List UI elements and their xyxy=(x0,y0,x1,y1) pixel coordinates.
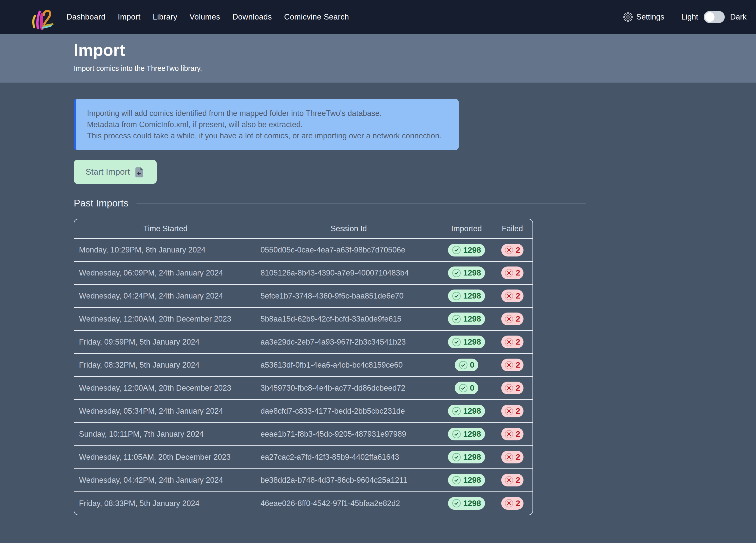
imported-count: 1298 xyxy=(463,291,481,301)
failed-badge: 2 xyxy=(501,290,523,302)
nav-links: Dashboard Import Library Volumes Downloa… xyxy=(67,13,349,22)
failed-cell: 2 xyxy=(492,492,533,515)
nav-item-comicvine-search[interactable]: Comicvine Search xyxy=(284,13,349,22)
table-row: Monday, 10:29PM, 8th January 2024 0550d0… xyxy=(74,238,533,261)
x-circle-icon xyxy=(505,268,513,278)
nav-item-downloads[interactable]: Downloads xyxy=(233,13,272,22)
check-circle-icon xyxy=(452,292,461,301)
imported-cell: 0 xyxy=(441,377,492,400)
column-header-imported: Imported xyxy=(441,219,492,238)
failed-badge: 2 xyxy=(501,359,523,371)
check-circle-icon xyxy=(452,430,461,439)
imported-badge: 1298 xyxy=(448,336,485,348)
failed-count: 2 xyxy=(516,383,520,393)
imported-count: 1298 xyxy=(463,406,481,416)
imported-count: 1298 xyxy=(463,268,481,278)
theme-toggle-group: Light Dark xyxy=(681,11,747,23)
imported-cell: 1298 xyxy=(441,238,492,261)
failed-count: 2 xyxy=(516,245,520,255)
imported-badge: 1298 xyxy=(448,313,485,325)
failed-count: 2 xyxy=(516,475,520,485)
imported-cell: 1298 xyxy=(441,492,492,515)
main-content: Importing will add comics identified fro… xyxy=(0,99,756,515)
failed-cell: 2 xyxy=(492,469,533,492)
table-row: Wednesday, 12:00AM, 20th December 2023 5… xyxy=(74,308,533,331)
light-label: Light xyxy=(681,13,698,22)
failed-cell: 2 xyxy=(492,308,533,331)
imported-cell: 1298 xyxy=(441,285,492,308)
session-id-cell: 0550d05c-0cae-4ea7-a63f-98bc7d70506e xyxy=(257,238,441,261)
imported-badge: 1298 xyxy=(448,428,485,440)
failed-badge: 2 xyxy=(501,313,523,325)
threetwo-logo[interactable] xyxy=(31,4,53,30)
session-id-cell: eeae1b71-f8b3-45dc-9205-487931e97989 xyxy=(257,423,441,446)
failed-count: 2 xyxy=(516,429,520,439)
session-id-cell: ea27cac2-a7fd-42f3-85b9-4402ffa61643 xyxy=(257,446,441,469)
session-id-value: 3b459730-fbc8-4e4b-ac77-dd86dcbeed72 xyxy=(261,384,405,392)
time-started-value: Wednesday, 11:05AM, 20th December 2023 xyxy=(79,453,231,461)
check-circle-icon xyxy=(452,407,461,416)
table-header-row: Time Started Session Id Imported Failed xyxy=(74,219,533,238)
session-id-value: ea27cac2-a7fd-42f3-85b9-4402ffa61643 xyxy=(261,453,399,461)
session-id-cell: 5b8aa15d-62b9-42cf-bcfd-33a0de9fe615 xyxy=(257,308,441,331)
failed-cell: 2 xyxy=(492,261,533,285)
session-id-value: 8105126a-8b43-4390-a7e9-4000710483b4 xyxy=(261,268,409,277)
session-id-cell: 8105126a-8b43-4390-a7e9-4000710483b4 xyxy=(257,261,441,285)
time-started-value: Wednesday, 06:09PM, 24th January 2024 xyxy=(79,268,223,277)
check-circle-icon xyxy=(452,245,461,254)
navbar: Dashboard Import Library Volumes Downloa… xyxy=(0,0,756,34)
failed-cell: 2 xyxy=(492,238,533,261)
time-started-cell: Friday, 08:32PM, 5th January 2024 xyxy=(74,354,257,377)
nav-item-volumes[interactable]: Volumes xyxy=(189,13,220,22)
start-import-button[interactable]: Start Import xyxy=(74,160,157,184)
check-circle-icon xyxy=(452,453,461,462)
session-id-value: 5efce1b7-3748-4360-9f6c-baa851de6e70 xyxy=(261,292,403,300)
failed-cell: 2 xyxy=(492,446,533,469)
nav-item-library[interactable]: Library xyxy=(153,13,177,22)
time-started-value: Wednesday, 04:42PM, 24th January 2024 xyxy=(79,476,223,484)
session-id-cell: aa3e29dc-2eb7-4a93-967f-2b3c34541b23 xyxy=(257,331,441,354)
toggle-knob xyxy=(705,12,715,22)
imported-count: 0 xyxy=(470,360,475,370)
file-import-icon xyxy=(134,166,145,177)
failed-count: 2 xyxy=(516,499,520,508)
info-line: Importing will add comics identified fro… xyxy=(87,108,447,119)
check-circle-icon xyxy=(459,361,468,370)
imported-badge: 1298 xyxy=(448,266,485,279)
page-title: Import xyxy=(74,41,756,59)
section-divider xyxy=(137,203,586,203)
check-circle-icon xyxy=(459,384,468,393)
past-imports-heading: Past Imports xyxy=(74,198,129,209)
nav-item-import[interactable]: Import xyxy=(118,13,141,22)
table-row: Wednesday, 05:34PM, 24th January 2024 da… xyxy=(74,400,533,423)
x-circle-icon xyxy=(505,292,513,301)
imported-cell: 1298 xyxy=(441,331,492,354)
time-started-value: Sunday, 10:11PM, 7th January 2024 xyxy=(79,430,204,438)
info-line: Metadata from ComicInfo.xml, if present,… xyxy=(87,119,447,130)
imported-badge: 1298 xyxy=(448,497,485,510)
session-id-value: eeae1b71-f8b3-45dc-9205-487931e97989 xyxy=(261,430,406,438)
x-circle-icon xyxy=(505,407,513,416)
column-header-session-id: Session Id xyxy=(257,219,441,238)
time-started-cell: Wednesday, 12:00AM, 20th December 2023 xyxy=(74,377,257,400)
past-imports-table: Time Started Session Id Imported Failed … xyxy=(74,219,533,515)
nav-item-dashboard[interactable]: Dashboard xyxy=(67,13,105,22)
failed-badge: 2 xyxy=(501,451,523,463)
table-row: Sunday, 10:11PM, 7th January 2024 eeae1b… xyxy=(74,423,533,446)
imported-cell: 1298 xyxy=(441,423,492,446)
imported-cell: 0 xyxy=(441,354,492,377)
imported-cell: 1298 xyxy=(441,261,492,285)
past-imports-section-head: Past Imports xyxy=(74,198,586,209)
time-started-cell: Sunday, 10:11PM, 7th January 2024 xyxy=(74,423,257,446)
settings-button[interactable]: Settings xyxy=(623,12,664,22)
column-header-failed: Failed xyxy=(492,219,533,238)
table-row: Wednesday, 12:00AM, 20th December 2023 3… xyxy=(74,377,533,400)
time-started-value: Friday, 08:32PM, 5th January 2024 xyxy=(79,361,199,369)
column-header-time-started: Time Started xyxy=(74,219,257,238)
session-id-value: aa3e29dc-2eb7-4a93-967f-2b3c34541b23 xyxy=(261,338,406,346)
check-circle-icon xyxy=(452,315,461,324)
imported-count: 1298 xyxy=(463,245,481,255)
failed-count: 2 xyxy=(516,314,520,324)
theme-toggle[interactable] xyxy=(704,11,725,23)
table-row: Friday, 09:59PM, 5th January 2024 aa3e29… xyxy=(74,331,533,354)
